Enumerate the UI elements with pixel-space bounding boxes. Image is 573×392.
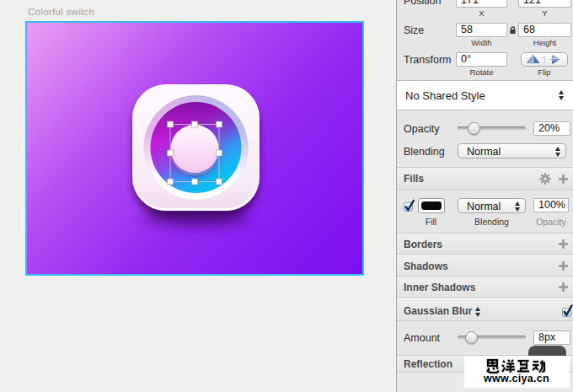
svg-text:www.ciya.cn: www.ciya.cn bbox=[483, 373, 549, 384]
